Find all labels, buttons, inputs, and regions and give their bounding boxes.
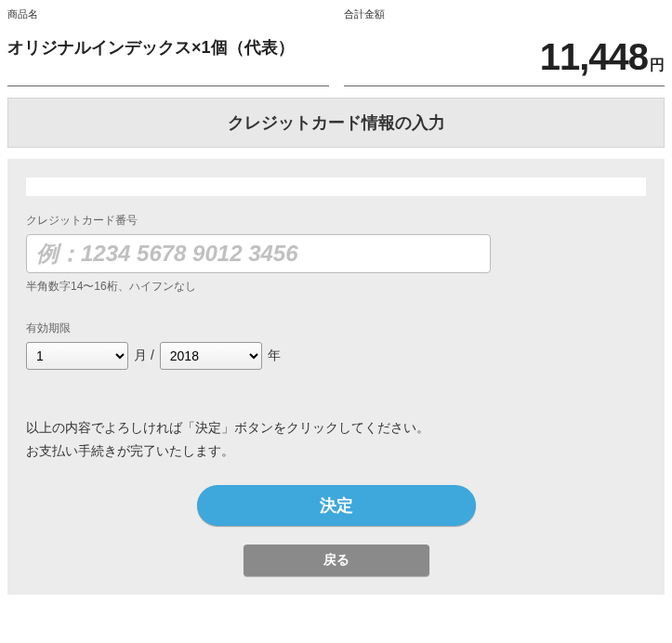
section-title: クレジットカード情報の入力	[7, 98, 665, 148]
total-value: 11,448	[540, 36, 648, 77]
expiry-year-select[interactable]: 2018	[160, 342, 262, 370]
cc-hint: 半角数字14〜16桁、ハイフンなし	[26, 279, 646, 295]
total-price: 11,448円	[344, 36, 665, 78]
confirm-line2: お支払い手続きが完了いたします。	[26, 440, 646, 463]
form-area: クレジットカード番号 半角数字14〜16桁、ハイフンなし 有効期限 1 月 / …	[7, 159, 665, 595]
year-suffix: 年	[268, 348, 281, 364]
product-label: 商品名	[7, 7, 329, 21]
total-unit: 円	[650, 57, 665, 72]
product-name: オリジナルインデックス×1個（代表）	[7, 36, 329, 59]
back-button[interactable]: 戻る	[244, 545, 429, 576]
cc-label: クレジットカード番号	[26, 213, 646, 229]
total-label: 合計金額	[344, 7, 665, 21]
expiry-label: 有効期限	[26, 321, 646, 336]
expiry-field-group: 有効期限 1 月 / 2018 年	[26, 321, 646, 370]
confirm-text: 以上の内容でよろしければ「決定」ボタンをクリックしてください。 お支払い手続きが…	[26, 416, 646, 463]
expiry-month-select[interactable]: 1	[26, 342, 128, 370]
total-summary: 合計金額 11,448円	[344, 7, 665, 86]
order-summary: 商品名 オリジナルインデックス×1個（代表） 合計金額 11,448円	[7, 7, 665, 86]
confirm-line1: 以上の内容でよろしければ「決定」ボタンをクリックしてください。	[26, 416, 646, 440]
cc-input[interactable]	[26, 234, 491, 273]
button-area: 決定 戻る	[26, 485, 646, 576]
blank-bar	[26, 177, 646, 196]
cc-field-group: クレジットカード番号 半角数字14〜16桁、ハイフンなし	[26, 213, 646, 295]
month-suffix: 月 /	[134, 348, 154, 364]
submit-button[interactable]: 決定	[197, 485, 476, 526]
product-summary: 商品名 オリジナルインデックス×1個（代表）	[7, 7, 329, 86]
